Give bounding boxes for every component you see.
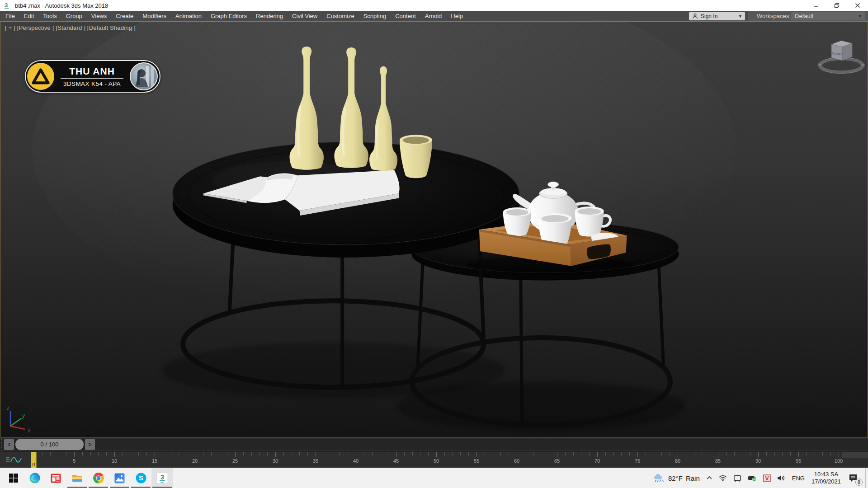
ruler-tick xyxy=(517,452,517,457)
display-device-button[interactable] xyxy=(730,468,745,488)
restore-button[interactable] xyxy=(826,0,847,11)
ruler-tick xyxy=(396,452,396,457)
track-bar: < 0 / 100 > xyxy=(0,437,868,451)
unikey-button[interactable]: V xyxy=(760,468,774,488)
axis-z-label: z xyxy=(6,405,9,411)
watermark-badge: THU ANH 3DSMAX K54 - APA xyxy=(25,60,160,93)
svg-text:3: 3 xyxy=(160,474,164,481)
taskbar-app-start[interactable] xyxy=(3,468,24,488)
ruler-tick xyxy=(798,452,799,457)
time-slider-track[interactable] xyxy=(0,439,868,450)
wifi-button[interactable] xyxy=(716,468,730,488)
ruler-tick xyxy=(259,452,259,455)
ruler-tick xyxy=(493,452,493,455)
taskbar-app-skype[interactable]: S xyxy=(130,468,151,488)
taskbar-app-file-explorer[interactable] xyxy=(66,468,88,488)
ruler-tick xyxy=(163,452,163,455)
menu-file[interactable]: File xyxy=(1,11,19,21)
mini-curve-editor-icon[interactable] xyxy=(5,455,22,467)
speaker-icon xyxy=(777,474,786,482)
ruler-tick xyxy=(50,452,51,455)
volume-button[interactable] xyxy=(774,468,789,488)
ruler-tick xyxy=(637,452,638,457)
menu-group[interactable]: Group xyxy=(61,11,87,21)
taskbar-app-chrome[interactable] xyxy=(88,468,109,488)
show-desktop-button[interactable] xyxy=(865,468,868,488)
ruler-label: 15 xyxy=(147,458,162,464)
timeline-ruler[interactable]: 0510152025303540455055606570758085909510… xyxy=(0,451,868,468)
time-slider-thumb[interactable]: 0 / 100 xyxy=(15,439,84,450)
menu-customize[interactable]: Customize xyxy=(322,11,359,21)
ruler-tick xyxy=(686,452,686,455)
ruler-label: 80 xyxy=(670,458,685,464)
ruler-tick xyxy=(702,452,702,455)
ruler-tick xyxy=(106,452,107,455)
taskbar-app-3ds-max[interactable]: 3MAX xyxy=(151,468,173,488)
ruler-tick xyxy=(251,452,252,455)
minimize-button[interactable] xyxy=(806,0,826,11)
monitor-icon xyxy=(733,474,741,482)
ruler-tick xyxy=(839,452,839,457)
next-frame-button[interactable]: > xyxy=(85,439,95,450)
taskbar-app-edge[interactable] xyxy=(24,468,45,488)
ruler-tick xyxy=(227,452,227,455)
menu-help[interactable]: Help xyxy=(446,11,467,21)
close-button[interactable] xyxy=(847,0,868,11)
action-center-button[interactable]: 8 xyxy=(844,468,865,488)
viewport-label[interactable]: [ + ] [Perspective ] [Standard ] [Defaul… xyxy=(5,24,136,31)
menu-tools[interactable]: Tools xyxy=(38,11,61,21)
workspace-dropdown[interactable]: Default ▼ xyxy=(791,12,865,20)
toolbar-grip xyxy=(0,438,3,450)
svg-text:3: 3 xyxy=(5,2,8,9)
language-indicator[interactable]: ENG xyxy=(789,468,808,488)
ruler-tick xyxy=(82,452,83,455)
viewport-perspective[interactable]: FRONT x y z [ + ] [Perspective ] [Standa… xyxy=(0,21,868,437)
ruler-tick xyxy=(267,452,268,455)
tray-overflow-button[interactable] xyxy=(703,468,716,488)
ruler-label: 100 xyxy=(831,458,846,464)
ruler-tick xyxy=(597,452,598,457)
ruler-label: 40 xyxy=(348,458,363,464)
ruler-tick xyxy=(661,452,662,455)
menu-modifiers[interactable]: Modifiers xyxy=(138,11,171,21)
menu-civil-view[interactable]: Civil View xyxy=(288,11,322,21)
menu-edit[interactable]: Edit xyxy=(19,11,38,21)
wifi-icon xyxy=(719,475,727,481)
ruler-tick xyxy=(485,452,485,455)
chevron-down-icon: ▼ xyxy=(738,14,742,19)
ruler-tick xyxy=(114,452,115,457)
ruler-tick xyxy=(171,452,171,455)
menu-content[interactable]: Content xyxy=(391,11,420,21)
ruler-tick xyxy=(90,452,91,455)
ruler-tick xyxy=(364,452,364,455)
divider xyxy=(61,78,123,79)
previous-frame-button[interactable]: < xyxy=(4,439,14,450)
menu-arnold[interactable]: Arnold xyxy=(420,11,447,21)
taskbar-app-photos[interactable] xyxy=(109,468,130,488)
menu-views[interactable]: Views xyxy=(87,11,111,21)
ruler-tick xyxy=(155,452,155,457)
ruler-tick xyxy=(589,452,590,455)
clock[interactable]: 10:43 SA 17/09/2021 xyxy=(808,468,844,488)
badge-subtitle: 3DSMAX K54 - APA xyxy=(56,80,128,87)
taskbar-app-news[interactable] xyxy=(45,468,66,488)
ruler-tick xyxy=(758,452,759,457)
ruler-label: 95 xyxy=(791,458,806,464)
ruler-tick xyxy=(275,452,276,457)
menu-scripting[interactable]: Scripting xyxy=(359,11,391,21)
ruler-label: 65 xyxy=(549,458,565,464)
sign-in-button[interactable]: Sign In ▼ xyxy=(689,12,745,20)
ruler-tick xyxy=(98,452,99,455)
menu-create[interactable]: Create xyxy=(111,11,138,21)
battery-status-button[interactable] xyxy=(745,468,760,488)
ruler-tick xyxy=(476,452,477,457)
menu-graph-editors[interactable]: Graph Editors xyxy=(206,11,251,21)
svg-text:V: V xyxy=(765,475,769,482)
menu-animation[interactable]: Animation xyxy=(171,11,206,21)
taskbar: S3MAX 82°F Rain xyxy=(0,468,868,488)
chrome-icon xyxy=(93,472,104,484)
weather-widget[interactable]: 82°F Rain xyxy=(650,468,703,488)
menu-rendering[interactable]: Rendering xyxy=(251,11,288,21)
ruler-label: 50 xyxy=(429,458,444,464)
current-frame-marker[interactable]: 0 xyxy=(31,452,37,468)
